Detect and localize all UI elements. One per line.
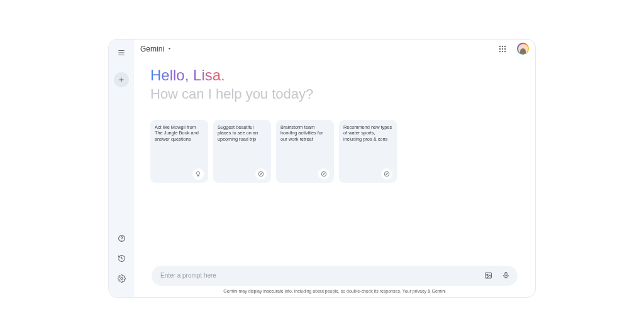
chevron-down-icon: [167, 46, 172, 51]
card-icon-compass: [318, 168, 330, 180]
history-button[interactable]: [113, 251, 130, 267]
suggestion-cards: Act like Mowgli from The Jungle Book and…: [150, 120, 519, 183]
compass-icon: [321, 171, 327, 177]
new-chat-button[interactable]: [114, 72, 129, 87]
greeting-subtitle: How can I help you today?: [150, 86, 519, 102]
svg-point-11: [499, 48, 501, 49]
brand-selector[interactable]: Gemini: [140, 45, 172, 53]
suggestion-card[interactable]: Suggest beautiful places to see on an up…: [213, 120, 271, 183]
content: Hello, Lisa. How can I help you today? A…: [134, 58, 535, 266]
bottom-area: Gemini may display inaccurate info, incl…: [134, 266, 535, 297]
suggestion-card[interactable]: Act like Mowgli from The Jungle Book and…: [150, 120, 208, 183]
svg-marker-22: [386, 173, 388, 175]
topbar: Gemini: [134, 40, 535, 58]
gear-icon: [118, 274, 126, 283]
card-icon-compass: [255, 168, 267, 180]
mic-icon: [502, 271, 510, 279]
svg-point-14: [499, 50, 501, 51]
sidebar: [109, 40, 134, 297]
brand-label: Gemini: [140, 45, 164, 53]
svg-point-15: [502, 50, 503, 51]
svg-rect-25: [504, 273, 506, 276]
plus-icon: [118, 76, 125, 84]
card-icon-compass: [381, 168, 392, 180]
svg-marker-20: [323, 173, 325, 175]
svg-point-19: [321, 171, 326, 176]
svg-point-8: [499, 45, 501, 46]
history-icon: [118, 254, 126, 263]
disclaimer-text: Gemini may display inaccurate info, incl…: [152, 289, 518, 293]
suggestion-text: Recommend new types of water sports, inc…: [343, 124, 392, 168]
suggestion-text: Brainstorm team bonding activities for o…: [280, 124, 330, 168]
suggestion-card[interactable]: Recommend new types of water sports, inc…: [339, 120, 397, 183]
apps-grid-icon: [498, 45, 507, 53]
card-icon-bulb: [192, 168, 204, 180]
compass-icon: [384, 171, 390, 177]
svg-point-7: [120, 278, 122, 279]
main-area: Gemini Hello, Lisa. How can I help you t…: [134, 40, 535, 297]
image-icon: [484, 271, 492, 279]
svg-marker-18: [260, 173, 262, 175]
account-avatar[interactable]: [517, 43, 529, 55]
google-apps-button[interactable]: [496, 42, 509, 56]
greeting-hello: Hello,: [150, 67, 193, 84]
app-window: Gemini Hello, Lisa. How can I help you t…: [108, 39, 536, 298]
suggestion-card[interactable]: Brainstorm team bonding activities for o…: [276, 120, 334, 183]
suggestion-text: Suggest beautiful places to see on an up…: [218, 124, 267, 168]
screenshot-stage: Gemini Hello, Lisa. How can I help you t…: [0, 0, 644, 336]
greeting-line: Hello, Lisa.: [150, 66, 519, 85]
svg-point-12: [502, 48, 503, 49]
help-icon: [118, 234, 126, 242]
svg-point-17: [258, 171, 264, 176]
hamburger-icon: [117, 48, 126, 57]
svg-point-10: [504, 45, 506, 46]
help-button[interactable]: [113, 230, 130, 247]
suggestion-text: Act like Mowgli from The Jungle Book and…: [155, 124, 204, 168]
greeting-name: Lisa.: [193, 67, 225, 84]
svg-point-9: [502, 45, 503, 46]
mic-button[interactable]: [500, 270, 511, 281]
menu-button[interactable]: [113, 45, 130, 61]
upload-image-button[interactable]: [482, 270, 494, 281]
bulb-icon: [195, 171, 201, 177]
svg-point-24: [486, 274, 487, 275]
svg-point-21: [384, 171, 389, 176]
settings-button[interactable]: [113, 271, 130, 287]
prompt-input[interactable]: [160, 272, 476, 279]
svg-point-6: [121, 240, 122, 241]
svg-point-16: [504, 50, 506, 51]
prompt-inputbar[interactable]: [152, 266, 518, 286]
svg-point-13: [504, 48, 506, 49]
compass-icon: [258, 171, 264, 177]
avatar-image: [518, 44, 528, 54]
